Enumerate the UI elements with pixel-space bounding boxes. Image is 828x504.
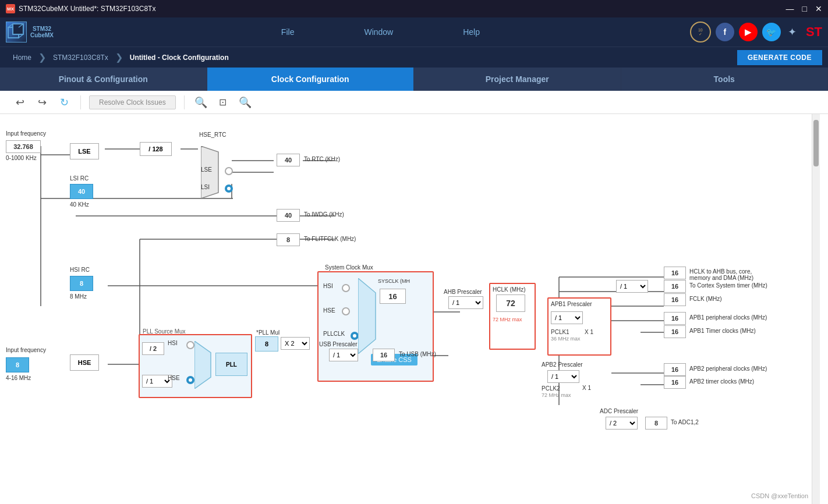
- input-freq-top-value[interactable]: 32.768: [6, 140, 41, 153]
- cortex-label: To Cortex System timer (MHz): [689, 282, 767, 289]
- usb-prescaler-label: USB Prescaler: [319, 341, 358, 347]
- menu-help[interactable]: Help: [428, 17, 515, 47]
- adc-label: ADC Prescaler: [600, 408, 638, 414]
- lsi-radio[interactable]: [225, 184, 233, 193]
- window-controls[interactable]: — □ ✕: [786, 4, 822, 13]
- pll-mux-triangle: [194, 341, 212, 389]
- sysclk-val-box[interactable]: 16: [380, 289, 406, 304]
- maximize-button[interactable]: □: [802, 4, 807, 13]
- lsi-unit-label: 40 KHz: [70, 201, 89, 208]
- menu-file[interactable]: File: [246, 17, 330, 47]
- watermark: CSDN @xxeTention: [751, 492, 808, 499]
- flit-value-box[interactable]: 8: [277, 233, 300, 246]
- sysclk-hse-radio[interactable]: [342, 307, 350, 315]
- tab-pinout[interactable]: Pinout & Configuration: [0, 68, 207, 91]
- apb1-select[interactable]: / 1 / 2: [551, 311, 583, 324]
- resolve-clock-issues-button[interactable]: Resolve Clock Issues: [89, 95, 176, 109]
- tab-project-manager[interactable]: Project Manager: [414, 68, 621, 91]
- twitter-icon[interactable]: 🐦: [762, 23, 781, 41]
- hclk-ahb-val: 16: [664, 267, 686, 279]
- menu-window[interactable]: Window: [329, 17, 428, 47]
- lse-radio[interactable]: [225, 167, 233, 175]
- close-button[interactable]: ✕: [815, 4, 822, 13]
- menu-items: File Window Help: [71, 17, 690, 47]
- ahb-prescaler-label: AHB Prescaler: [444, 289, 482, 295]
- lse-box: LSE: [70, 143, 99, 159]
- window-title: STM32CubeMX Untitled*: STM32F103C8Tx: [19, 5, 155, 13]
- apb2-label: APB2 Prescaler: [542, 361, 583, 368]
- pll-mul-select[interactable]: X 2 X 4 X 6 X 9: [281, 337, 310, 350]
- pll-hsi-radio[interactable]: [186, 341, 194, 349]
- breadcrumb-chip[interactable]: STM32F103C8Tx: [46, 47, 115, 68]
- app-icon: MX: [6, 4, 15, 13]
- st-logo: ST: [806, 24, 822, 40]
- lsi-value-box[interactable]: 40: [70, 184, 93, 199]
- pll-val-box[interactable]: 8: [255, 336, 278, 352]
- pclk2-max-label: 72 MHz max: [542, 392, 571, 398]
- flit-label: To FLITFCLK (MHz): [304, 236, 356, 242]
- adc-out-label: To ADC1,2: [671, 419, 699, 425]
- tab-bar: Pinout & Configuration Clock Configurati…: [0, 68, 828, 91]
- redo-button[interactable]: ↪: [34, 94, 50, 111]
- iwdg-value-box[interactable]: 40: [277, 209, 300, 222]
- pclk1-max-label: 36 MHz max: [551, 336, 581, 342]
- pll-source-mux-area: / 2 HSI / 1 / 2 HSE PLL: [139, 334, 252, 398]
- hclk-label: HCLK (MHz): [493, 286, 526, 293]
- sysclk-out-label: SYSCLK (MH: [378, 278, 410, 284]
- title-bar: MX STM32CubeMX Untitled*: STM32F103C8Tx …: [0, 0, 828, 17]
- zoom-out-button[interactable]: 🔍: [237, 94, 253, 111]
- lsi-out-label: LSI: [201, 184, 210, 190]
- scrollbar[interactable]: [812, 114, 820, 504]
- toolbar-separator: [80, 95, 81, 109]
- zoom-in-button[interactable]: 🔍: [193, 94, 209, 111]
- youtube-icon[interactable]: ▶: [739, 23, 758, 41]
- fit-button[interactable]: ⊡: [215, 94, 231, 111]
- breadcrumb-home[interactable]: Home: [6, 47, 38, 68]
- generate-code-button[interactable]: GENERATE CODE: [737, 50, 822, 65]
- hclk-ahb2-label: memory and DMA (MHz): [689, 275, 753, 281]
- hsi-value-box[interactable]: 8: [70, 276, 93, 291]
- hse-value-box[interactable]: 8: [6, 357, 29, 372]
- apb1-periph-val: 16: [664, 312, 686, 325]
- scrollbar-thumb[interactable]: [813, 120, 819, 166]
- breadcrumb-sep-1: ❯: [38, 52, 46, 63]
- input-freq-top-label: Input frequency: [6, 130, 46, 137]
- minimize-button[interactable]: —: [786, 4, 794, 13]
- hclk-area: HCLK (MHz) 72 72 MHz max: [489, 283, 536, 350]
- sysclk-mux-triangle: [358, 278, 377, 354]
- refresh-button[interactable]: ↻: [56, 94, 72, 111]
- usb-prescaler-select[interactable]: / 1 / 1.5: [329, 349, 358, 361]
- sysclk-hsi-label: HSI: [323, 283, 333, 289]
- cortex-val: 16: [664, 280, 686, 293]
- undo-button[interactable]: ↩: [12, 94, 28, 111]
- tab-clock[interactable]: Clock Configuration: [207, 68, 415, 91]
- ahb-prescaler-select[interactable]: / 1 / 2 / 4: [448, 296, 483, 309]
- rtc-value-box[interactable]: 40: [277, 154, 300, 166]
- pll-div2-box[interactable]: / 2: [142, 342, 164, 355]
- sysclk-pllclk-label: PLLCLK: [323, 331, 345, 337]
- hclk-val-box[interactable]: 72: [496, 294, 525, 312]
- menu-bar: STM32 CubeMX File Window Help 10✓ f ▶ 🐦 …: [0, 17, 828, 47]
- adc-select[interactable]: / 2 / 4 / 6 / 8: [606, 417, 638, 430]
- apb2-timer-label: APB2 timer clocks (MHz): [689, 378, 754, 385]
- apb1-periph-label: APB1 peripheral clocks (MHz): [689, 314, 767, 321]
- apb2-x1-label: X 1: [582, 385, 591, 391]
- apb1-timer-val: 16: [664, 325, 686, 338]
- input-range-top-label: 0-1000 KHz: [6, 155, 37, 161]
- tab-tools[interactable]: Tools: [621, 68, 829, 91]
- hse-box: HSE: [70, 354, 99, 371]
- cortex-select[interactable]: / 1 / 8: [616, 280, 648, 293]
- apb1-area: APB1 Prescaler / 1 / 2 PCLK1 36 MHz max …: [547, 297, 611, 356]
- lse-out-label: LSE: [201, 166, 212, 173]
- sysclk-hse-label: HSE: [323, 307, 335, 314]
- pclk2-label: PCLK2: [542, 385, 560, 392]
- apb1-label: APB1 Prescaler: [551, 301, 592, 307]
- apb2-select[interactable]: / 1 / 2: [547, 370, 579, 383]
- facebook-icon[interactable]: f: [716, 23, 734, 41]
- sysclk-hsi-radio[interactable]: [342, 284, 350, 292]
- input-freq-bot-label: Input frequency: [6, 347, 46, 353]
- sysclk-mux-label: System Clock Mux: [325, 264, 373, 271]
- sysclk-pllclk-radio[interactable]: [351, 332, 359, 340]
- hse-range-label: 4-16 MHz: [6, 375, 31, 381]
- pll-hse-radio[interactable]: [186, 376, 194, 384]
